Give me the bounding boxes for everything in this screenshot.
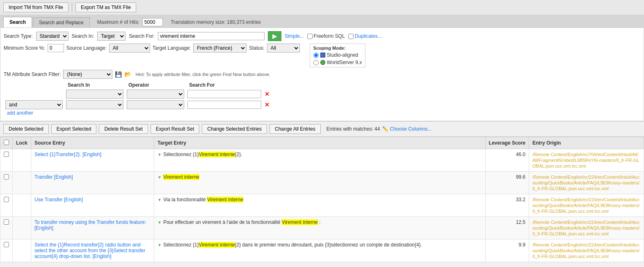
target-arrow-icon: ▼ — [158, 220, 162, 225]
duplicates-link[interactable]: Duplicates... — [355, 33, 382, 39]
col-header-operator: Operator — [125, 81, 186, 89]
export-tm-button[interactable]: Export TM as TMX File — [75, 2, 136, 12]
row-checkbox-cell — [0, 217, 13, 239]
target-arrow-icon: ▼ — [158, 198, 162, 202]
entry-origin-link[interactable]: /Remote Content/English/rc/224/en/Conten… — [532, 242, 639, 259]
attr-row1-delete[interactable]: ✕ — [265, 91, 269, 97]
target-entry-text: Via la fonctionnalité Virement interne — [163, 197, 243, 203]
row-checkbox-cell — [0, 239, 13, 262]
row-lock-cell — [13, 239, 31, 262]
target-arrow-icon: ▼ — [158, 243, 162, 247]
search-type-select[interactable]: Standard Fuzzy Exact — [36, 32, 69, 41]
change-selected-button[interactable]: Change Selected Entries — [202, 124, 267, 134]
table-row: Select {1}Transfer{2}. [English] ▼ Sélec… — [0, 149, 644, 172]
scoping-studio: Studio-aligned — [313, 52, 362, 58]
row-lock-cell — [13, 172, 31, 194]
load-filter-icon[interactable]: 📂 — [124, 71, 131, 78]
save-filter-icon[interactable]: 💾 — [115, 71, 122, 78]
min-score-label: Minimum Score %: — [4, 45, 45, 51]
go-button[interactable]: ▶ — [268, 31, 281, 41]
choose-columns-link[interactable]: ✏️ Choose Columns... — [382, 126, 432, 132]
row-checkbox[interactable] — [4, 219, 9, 225]
search-panel: Search Type: Standard Fuzzy Exact Search… — [0, 28, 644, 121]
col-header-origin: Entry Origin — [529, 137, 644, 149]
row-source-cell: Use Transfer [English] — [31, 194, 154, 217]
status-select[interactable]: All Approved Draft — [267, 44, 300, 53]
row-score-cell: 99.6 — [485, 172, 529, 194]
target-entry-text: Virement interne — [163, 174, 199, 180]
row-checkbox-cell — [0, 194, 13, 217]
entry-origin-link[interactable]: /Remote Content/English/rc/224/en/Conten… — [532, 197, 639, 214]
results-container: Lock Source Entry Target Entry Leverage … — [0, 137, 644, 262]
search-type-label: Search Type: — [4, 33, 33, 39]
attr-row2-search-in[interactable] — [66, 100, 123, 109]
target-entry-text: Sélectionnez {1}Virement interne{2} dans… — [163, 242, 422, 248]
attr-row2-search-for[interactable] — [187, 101, 261, 109]
target-arrow-icon: ▼ — [158, 175, 162, 180]
target-lang-select[interactable]: French (France) All — [193, 44, 247, 53]
simple-link[interactable]: Simple... — [285, 33, 304, 39]
change-all-button[interactable]: Change All Entries — [269, 124, 321, 134]
scoping-worldserver-radio[interactable] — [313, 60, 319, 65]
row-source-cell: Transfer [English] — [31, 172, 154, 194]
source-entry-link[interactable]: Use Transfer [English] — [34, 197, 83, 203]
freeform-sql-checkbox[interactable] — [307, 34, 313, 39]
row-target-cell: ▼ Sélectionnez {1}Virement interne{2}. — [154, 149, 486, 172]
row-checkbox[interactable] — [4, 242, 9, 247]
worldserver-icon — [320, 60, 325, 65]
delete-result-set-button[interactable]: Delete Result Set — [99, 124, 148, 134]
row-checkbox[interactable] — [4, 152, 9, 157]
row-target-cell: ▼ Sélectionnez {1}Virement interne{2} da… — [154, 239, 486, 262]
attr-row2-delete[interactable]: ✕ — [265, 101, 269, 108]
search-in-select[interactable]: Target Source Both — [97, 32, 126, 41]
attr-row1-search-for[interactable] — [187, 90, 261, 98]
row-score-cell: 46.0 — [485, 149, 529, 172]
import-tm-button[interactable]: Import TM from TMX File — [3, 2, 69, 12]
max-hits-input[interactable] — [142, 18, 163, 26]
duplicates-checkbox-label: Duplicates... — [348, 33, 382, 39]
row-origin-cell: /Remote Content/English/rc/224/en/Conten… — [529, 194, 644, 217]
attr-filter-select[interactable]: (None) — [63, 70, 112, 79]
col-header-score: Leverage Score — [485, 137, 529, 149]
results-table: Lock Source Entry Target Entry Leverage … — [0, 137, 644, 262]
source-entry-link[interactable]: Select {1}Transfer{2}. [English] — [34, 152, 101, 157]
attr-row2-operator[interactable] — [127, 100, 184, 109]
col-header-search-for: Search For — [186, 81, 263, 89]
tabs-bar: Search Search and Replace Maximum # of H… — [0, 15, 644, 28]
source-entry-link[interactable]: To transfer money using the Transfer fun… — [34, 219, 146, 231]
export-result-set-button[interactable]: Export Result Set — [151, 124, 199, 134]
duplicates-checkbox[interactable] — [348, 34, 354, 39]
delete-selected-button[interactable]: Delete Selected — [3, 124, 49, 134]
entry-origin-link[interactable]: /Remote Content/English/rc/704/en/Conten… — [532, 152, 639, 168]
add-another-link[interactable]: add another — [7, 110, 33, 116]
search-for-input[interactable] — [158, 32, 265, 40]
target-entry-text: Pour effectuer un virement à l'aide de l… — [163, 219, 320, 225]
source-entry-link[interactable]: Transfer [English] — [34, 174, 73, 180]
row-lock-cell — [13, 149, 31, 172]
row-checkbox[interactable] — [4, 174, 9, 180]
attr-row1-operator[interactable] — [127, 90, 184, 99]
row-checkbox[interactable] — [4, 197, 9, 202]
scoping-worldserver: WorldServer 9.x — [313, 60, 362, 65]
row-score-cell: 33.2 — [485, 194, 529, 217]
entry-origin-link[interactable]: /Remote Content/English/rc/224/en/Conten… — [532, 175, 639, 191]
attr-row1-search-in[interactable] — [66, 90, 123, 99]
row-target-cell: ▼ Pour effectuer un virement à l'aide de… — [154, 217, 486, 239]
min-score-input[interactable] — [48, 44, 64, 52]
row-score-cell: 12.5 — [485, 217, 529, 239]
tab-search-replace[interactable]: Search and Replace — [33, 17, 90, 28]
select-all-checkbox[interactable] — [4, 140, 9, 145]
source-lang-select[interactable]: All English — [109, 44, 150, 53]
scoping-studio-radio[interactable] — [313, 53, 319, 58]
row-lock-cell — [13, 194, 31, 217]
row-origin-cell: /Remote Content/English/rc/224/en/Conten… — [529, 217, 644, 239]
tab-search[interactable]: Search — [3, 17, 32, 28]
entry-origin-link[interactable]: /Remote Content/English/rc/224/en/Conten… — [532, 220, 639, 236]
export-selected-button[interactable]: Export Selected — [51, 124, 97, 134]
row-checkbox-cell — [0, 172, 13, 194]
source-entry-link[interactable]: Select the {1}Record transfer{2} radio b… — [34, 242, 145, 259]
toolbar-divider — [72, 2, 72, 12]
attr-row2-and-select[interactable]: andor — [5, 100, 63, 109]
status-label: Status: — [249, 45, 264, 51]
search-in-label: Search In: — [72, 33, 94, 39]
